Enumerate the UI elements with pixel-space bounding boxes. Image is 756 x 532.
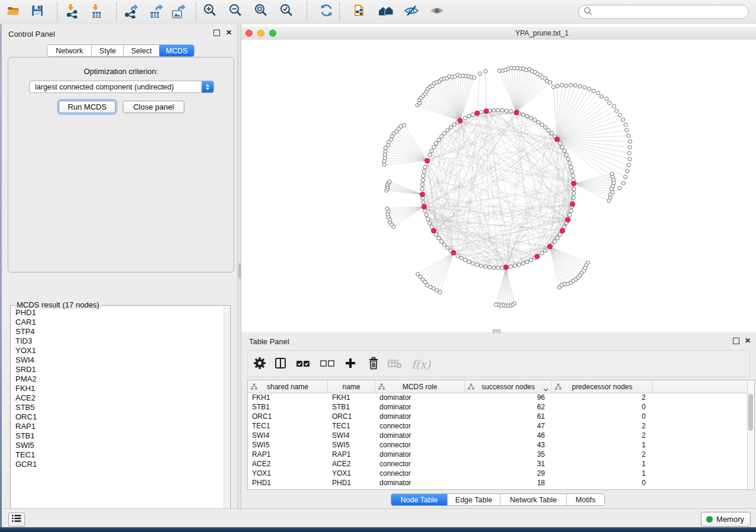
mcds-result-item[interactable]: TEC1 bbox=[11, 450, 224, 460]
mcds-result-item[interactable]: ACE2 bbox=[11, 393, 224, 403]
memory-button[interactable]: Memory bbox=[701, 512, 751, 527]
mcds-result-item[interactable]: STB5 bbox=[11, 403, 224, 412]
vertical-splitter[interactable] bbox=[237, 24, 241, 508]
plus-icon bbox=[343, 356, 358, 373]
delete-column-button[interactable] bbox=[365, 356, 382, 373]
sitemap-icon bbox=[251, 383, 257, 392]
network-window-titlebar[interactable]: YPA_prune.txt_1 bbox=[241, 27, 756, 40]
zoom-selected-icon bbox=[279, 3, 294, 21]
mcds-result-item[interactable]: PMA2 bbox=[11, 374, 224, 384]
function-builder-button[interactable]: f(x) bbox=[409, 356, 433, 373]
show-details-button[interactable] bbox=[427, 2, 447, 21]
float-panel-button[interactable] bbox=[212, 28, 221, 37]
select-all-button[interactable] bbox=[295, 356, 311, 373]
mcds-result-item[interactable]: CAR1 bbox=[11, 318, 224, 327]
table-settings-button[interactable] bbox=[251, 356, 268, 373]
tab-edge-table[interactable]: Edge Table bbox=[448, 494, 500, 505]
tab-mcds[interactable]: MCDS bbox=[160, 45, 194, 56]
criterion-select[interactable]: largest connected component (undirected) bbox=[29, 81, 214, 93]
save-icon bbox=[30, 4, 44, 20]
tab-node-table[interactable]: Node Table bbox=[391, 494, 448, 505]
tab-network-table[interactable]: Network Table bbox=[500, 494, 567, 505]
share-document-button[interactable] bbox=[350, 2, 370, 21]
window-zoom-light[interactable] bbox=[269, 30, 276, 37]
table-row[interactable]: SWI4SWI4dominator462 bbox=[248, 431, 747, 440]
column-header-MCDS-role[interactable]: MCDS role bbox=[375, 380, 465, 393]
table-row[interactable]: PHD1PHD1dominator180 bbox=[248, 478, 747, 488]
home-icon bbox=[378, 3, 394, 21]
mcds-result-item[interactable]: GCR1 bbox=[11, 460, 224, 469]
column-header-successor-nodes[interactable]: successor nodes bbox=[465, 380, 552, 393]
close-panel-button[interactable]: ✕ bbox=[225, 28, 233, 37]
mcds-result-item[interactable]: STP4 bbox=[11, 327, 224, 336]
mcds-tab-content: Optimization criterion: largest connecte… bbox=[8, 57, 234, 273]
zoom-selected-button[interactable] bbox=[276, 2, 296, 21]
cell-name: YOX1 bbox=[328, 469, 375, 477]
column-header-name[interactable]: name bbox=[328, 380, 375, 393]
search-input[interactable] bbox=[595, 7, 748, 17]
table-row[interactable]: ACE2ACE2connector311 bbox=[248, 459, 747, 469]
zoom-fit-button[interactable] bbox=[251, 2, 271, 21]
mcds-list-scrollbar[interactable] bbox=[224, 306, 229, 521]
mcds-result-item[interactable]: SWI4 bbox=[11, 355, 224, 365]
mcds-result-item[interactable]: SWI5 bbox=[11, 441, 224, 450]
mcds-result-item[interactable]: ORC1 bbox=[11, 412, 224, 422]
export-image-button[interactable] bbox=[168, 2, 188, 21]
column-header-shared-name[interactable]: shared name bbox=[248, 380, 328, 393]
search-field[interactable] bbox=[578, 5, 749, 19]
task-history-button[interactable] bbox=[8, 512, 25, 527]
mcds-result-item[interactable]: PHD1 bbox=[11, 308, 224, 318]
deselect-all-button[interactable] bbox=[319, 356, 336, 373]
column-header-predecessor-nodes[interactable]: predecessor nodes bbox=[552, 380, 653, 393]
close-panel-button-mcds[interactable]: Close panel bbox=[123, 101, 184, 113]
add-column-button[interactable] bbox=[342, 356, 359, 373]
zoom-out-button[interactable] bbox=[225, 2, 245, 21]
table-row[interactable]: STB1STB1dominator620 bbox=[248, 402, 747, 412]
mcds-result-item[interactable]: STB1 bbox=[11, 431, 224, 441]
window-minimize-light[interactable] bbox=[257, 30, 264, 37]
splitter-handle[interactable] bbox=[238, 263, 241, 278]
delete-table-button[interactable] bbox=[387, 356, 403, 373]
share-document-icon bbox=[352, 3, 368, 21]
hide-details-button[interactable] bbox=[401, 2, 422, 21]
network-canvas[interactable] bbox=[241, 40, 756, 332]
mcds-result-item[interactable]: YOX1 bbox=[11, 346, 224, 355]
network-title: YPA_prune.txt_1 bbox=[515, 29, 569, 37]
run-mcds-button[interactable]: Run MCDS bbox=[59, 101, 116, 113]
mcds-result-item[interactable]: FKH1 bbox=[11, 384, 224, 393]
import-table-button[interactable] bbox=[87, 2, 107, 21]
import-network-button[interactable] bbox=[62, 2, 82, 21]
refresh-button[interactable] bbox=[317, 2, 337, 21]
home-button[interactable] bbox=[376, 2, 396, 21]
table-scrollbar-thumb[interactable] bbox=[748, 394, 753, 431]
cell-mcds-role: connector bbox=[375, 460, 465, 468]
table-row[interactable]: SWI5SWI5connector431 bbox=[248, 440, 747, 450]
export-table-button[interactable] bbox=[145, 2, 165, 21]
table-panel: Table Panel ✕ f(x) shared namenameMCDS r… bbox=[241, 334, 756, 508]
open-file-button[interactable] bbox=[4, 2, 24, 21]
float-table-panel-button[interactable] bbox=[732, 336, 740, 345]
export-network-button[interactable] bbox=[120, 2, 141, 21]
mcds-result-item[interactable]: TID3 bbox=[11, 336, 224, 346]
tab-select[interactable]: Select bbox=[124, 45, 160, 56]
tab-network[interactable]: Network bbox=[47, 45, 92, 56]
tab-style[interactable]: Style bbox=[92, 45, 124, 56]
table-row[interactable]: RAP1RAP1dominator352 bbox=[248, 450, 747, 459]
show-columns-button[interactable] bbox=[272, 356, 289, 373]
table-row[interactable]: FKH1FKH1dominator962 bbox=[248, 393, 747, 402]
cell-mcds-role: connector bbox=[375, 422, 465, 430]
zoom-in-button[interactable] bbox=[200, 2, 220, 21]
tab-motifs[interactable]: Motifs bbox=[567, 494, 604, 505]
desktop-edge-bottom bbox=[0, 527, 756, 532]
table-row[interactable]: YOX1YOX1connector291 bbox=[248, 469, 747, 478]
table-scrollbar[interactable] bbox=[747, 380, 754, 489]
network-graph[interactable] bbox=[241, 40, 756, 332]
table-row[interactable]: ORC1ORC1dominator610 bbox=[248, 412, 747, 421]
window-close-light[interactable] bbox=[245, 30, 253, 37]
table-row[interactable]: TEC1TEC1connector472 bbox=[248, 421, 747, 431]
mcds-result-item[interactable]: RAP1 bbox=[11, 422, 224, 431]
close-table-panel-button[interactable]: ✕ bbox=[744, 336, 752, 345]
save-session-button[interactable] bbox=[27, 2, 47, 21]
mcds-result-item[interactable]: SRD1 bbox=[11, 365, 224, 374]
mcds-result-list[interactable]: PHD1CAR1STP4TID3YOX1SWI4SRD1PMA2FKH1ACE2… bbox=[11, 308, 224, 520]
